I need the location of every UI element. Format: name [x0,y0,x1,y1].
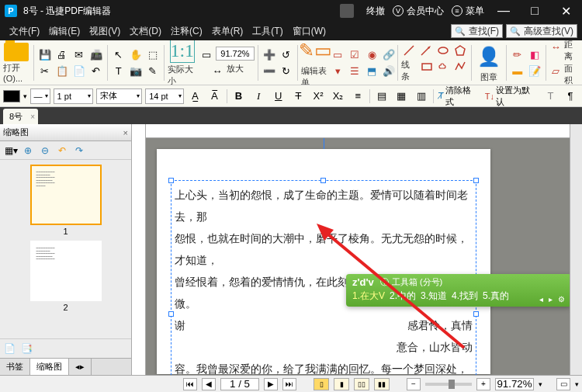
line-width-select[interactable]: 1 pt [54,88,93,104]
text-color-button[interactable]: T [542,88,559,104]
arrow-shape-icon[interactable] [418,43,434,58]
paste-icon[interactable]: 📄 [71,63,87,78]
vertical-scrollbar[interactable] [570,124,582,375]
edit-form-button[interactable]: ✎▭ 编辑表单 [301,40,331,85]
menu-tools[interactable]: 工具(T) [248,25,287,38]
snapshot-icon[interactable]: 📷 [128,63,144,78]
close-button[interactable]: ✕ [554,4,577,19]
increase-font-button[interactable]: A̅ [206,88,223,104]
button-icon[interactable]: ⬒ [364,63,379,78]
ime-cand-1[interactable]: 1.在大V [352,290,385,303]
next-page-button[interactable]: ▶ [264,378,278,390]
prev-page-button[interactable]: ◀ [202,378,216,390]
tab-bookmark[interactable]: 书签 [0,359,30,375]
actual-size-button[interactable]: 1:1 实际大小 [168,40,197,85]
view-single-button[interactable]: ▯ [314,378,329,390]
fit-mode-button[interactable]: ▭ [556,378,570,390]
clear-format-button[interactable]: T̸清除格式 [437,85,480,108]
cloud-shape-icon[interactable] [436,59,452,75]
ime-toolbox-label[interactable]: ⓘ 工具箱 (分号) [380,276,442,288]
font-size-select[interactable]: 14 pt [145,88,183,104]
radio-icon[interactable]: ◉ [364,47,379,62]
maximize-button[interactable]: □ [523,4,546,18]
align-button[interactable]: ≡ [349,88,366,104]
fit-page-icon[interactable]: ▭ [199,47,214,62]
resize-handle-n[interactable] [320,178,326,183]
zoom-plus-icon[interactable]: ➕ [262,47,277,62]
ime-candidate-bar[interactable]: z'd'v ⓘ 工具箱 (分号) 1.在大V 2.中的 3.知道 4.找到 5.… [346,274,570,307]
bold-button[interactable]: B [230,88,248,104]
fill-color-swatch[interactable] [3,90,20,102]
ime-nav[interactable]: ◂ ▸ ⚙ [539,295,566,304]
save-icon[interactable]: 💾 [37,47,53,62]
print-icon[interactable]: 🖨 [54,47,70,62]
menu-file[interactable]: 文件(F) [5,25,44,38]
pencil-icon[interactable]: ✏ [510,47,525,62]
line-shape-icon[interactable] [401,43,417,58]
listbox-icon[interactable]: ☰ [347,63,362,78]
page[interactable]: 上心头，当初的怨恨，成了生命的主题。爱情可以随着时间老去，那 怨恨，也就在时间的… [157,149,490,374]
text-tool-icon[interactable]: T [111,63,126,78]
mail-icon[interactable]: ✉ [71,47,87,62]
last-page-button[interactable]: ⏭ [282,378,296,390]
align-center-button[interactable]: ▦ [393,88,411,104]
line-style-select[interactable]: — [30,88,50,104]
font-family-select[interactable]: 宋体 [96,88,142,104]
paragraph-button[interactable]: ¶ [562,88,579,104]
zoom-input[interactable] [216,47,255,61]
eraser-icon[interactable]: ◧ [527,47,542,62]
tab-thumbnail[interactable]: 缩略图 [30,359,69,375]
distance-icon[interactable]: ↔ [549,40,563,54]
strike-button[interactable]: T [290,88,307,104]
pages-icon[interactable]: 📑 [19,341,34,356]
menu-edit[interactable]: 编辑(E) [44,25,85,38]
tab-more[interactable]: ◂▸ [69,359,92,375]
area-icon[interactable]: ▱ [549,63,563,78]
zoom-in-button[interactable]: + [476,378,490,390]
rotate-left-icon[interactable]: ↺ [279,47,294,62]
ime-cand-4[interactable]: 4.找到 [452,290,478,303]
rect-shape-icon[interactable] [419,59,435,75]
resize-handle-nw[interactable] [168,178,174,183]
underline-button[interactable]: U [270,88,287,104]
rotate-right-icon[interactable]: ↻ [279,63,294,78]
link-icon[interactable]: 🔗 [381,47,397,62]
resize-handle-ne[interactable] [473,178,479,183]
first-page-button[interactable]: ⏮ [183,378,197,390]
set-default-button[interactable]: T↓设置为默认 [483,85,539,108]
zoom-slider[interactable] [425,383,472,386]
copy-icon[interactable]: 📋 [54,63,70,78]
checkbox-icon[interactable]: ☑ [347,47,362,62]
align-left-button[interactable]: ▤ [373,88,390,104]
menu-window[interactable]: 窗口(W) [288,25,331,38]
edit-text-icon[interactable]: ✎ [145,63,161,78]
highlight-icon[interactable]: ▬ [510,63,525,78]
page-icon[interactable]: 📄 [2,341,17,356]
italic-button[interactable]: I [250,88,267,104]
zoom-field[interactable] [495,378,534,390]
decrease-font-button[interactable]: A̲ [187,88,204,104]
sound-icon[interactable]: 🔊 [381,63,397,78]
thumb-zoom-out-icon[interactable]: ⊖ [37,143,53,158]
open-button[interactable]: 打开(O)... [3,43,30,83]
zoom-minus-icon[interactable]: ➖ [262,63,277,78]
subscript-button[interactable]: X₂ [330,88,347,104]
user-avatar[interactable] [340,4,354,18]
page-number-field[interactable] [220,378,259,390]
sidebar-close-icon[interactable]: × [123,128,128,137]
member-center-button[interactable]: V会员中心 [393,5,444,18]
menu-view[interactable]: 视图(V) [85,25,125,38]
note-icon[interactable]: 📝 [527,63,542,78]
thumb-rotate-left-icon[interactable]: ↶ [54,143,70,158]
zoom-in-button[interactable]: 放大 [227,63,244,78]
scan-icon[interactable]: 📠 [88,47,104,62]
undo-icon[interactable]: ↶ [88,63,104,78]
ime-cand-2[interactable]: 2.中的 [390,290,416,303]
thumbnail-page-1[interactable]: ▬▬▬▬▬▬▬▬▬▬▬▬▬▬▬▬▬▬▬▬▬▬▬▬▬▬▬▬▬▬▬▬▬▬▬▬▬▬▬▬… [30,165,102,238]
polygon-shape-icon[interactable] [452,43,468,58]
view-continuous-button[interactable]: ▮ [334,378,349,390]
ime-cand-5[interactable]: 5.真的 [483,290,509,303]
view-continuous-facing-button[interactable]: ▮▮ [374,378,390,390]
user-name[interactable]: 终撤 [366,5,385,18]
find-button[interactable]: 🔍查找(F) [451,24,503,38]
